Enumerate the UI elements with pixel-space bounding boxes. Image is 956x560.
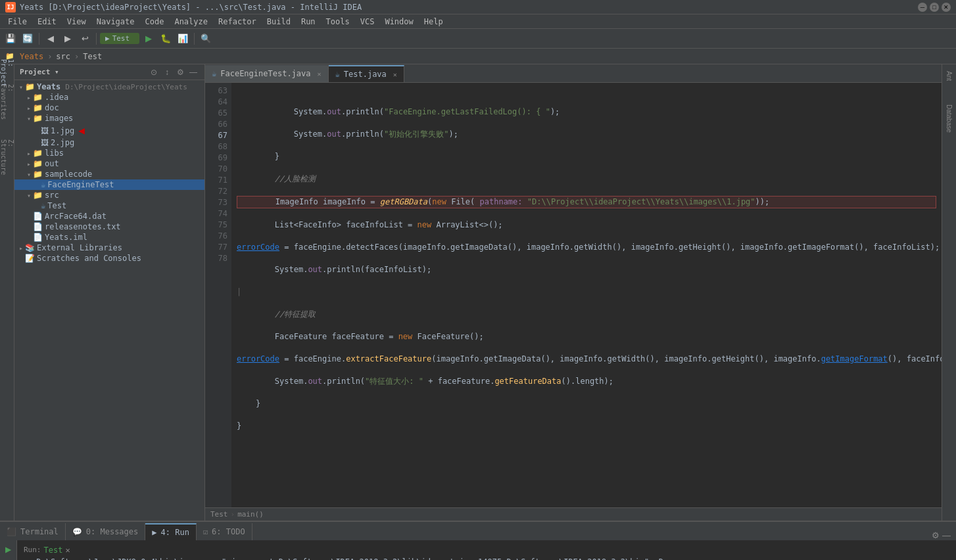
menu-vcs[interactable]: VCS [355,16,380,28]
database-panel-button[interactable]: Database [944,101,954,137]
expand-all-button[interactable]: ↕ [161,66,173,78]
close-tab-button[interactable]: ✕ [318,70,322,78]
sidebar-actions: ⊙ ↕ ⚙ — [148,66,199,78]
line-numbers: 63 64 65 66 67 68 69 70 71 72 73 74 75 7… [205,83,231,507]
back-button[interactable]: ◀ [43,32,59,46]
coverage-button[interactable]: 📊 [175,32,191,46]
close-run[interactable]: ✕ [65,544,70,556]
tree-item-releasenotes[interactable]: 📄 releasenotes.txt [14,222,204,232]
menu-refactor[interactable]: Refactor [213,16,262,28]
tree-item-scratches[interactable]: 📝 Scratches and Consoles [14,253,204,264]
title-bar: IJ Yeats [D:\Project\ideaProject\Yeats] … [0,0,956,14]
code-content[interactable]: System.out.println("FaceEngine.getLastFa… [231,83,942,507]
tree-item-faceenginetest[interactable]: ☕ FaceEngineTest [14,179,204,190]
tree-item-samplecode[interactable]: ▾ 📁 samplecode [14,169,204,179]
save-button[interactable]: 💾 [3,32,18,46]
line-num: 64 [209,97,227,108]
tree-label: ArcFace64.dat [45,212,107,221]
run-config[interactable]: ▶ Test [100,33,139,44]
code-line-66: //人脸检测 [237,174,936,185]
menu-build[interactable]: Build [262,16,296,28]
settings-button[interactable]: ⚙ [932,530,940,540]
line-num: 74 [209,208,227,220]
tree-arrow: ▾ [17,83,25,91]
code-editor: 63 64 65 66 67 68 69 70 71 72 73 74 75 7… [205,83,942,507]
nav-bar: 📁 Yeats › src › Test [0,49,956,64]
structure-panel-icon[interactable]: Z: Structure [1,151,13,163]
project-panel-icon[interactable]: 1: Project [1,67,13,79]
nav-yeats[interactable]: Yeats [20,52,43,61]
tree-item-src[interactable]: ▾ 📁 src [14,190,204,200]
close-button[interactable]: ✕ [942,3,951,12]
folder-icon: 📁 [33,149,43,158]
menu-bar: File Edit View Navigate Code Analyze Ref… [0,14,956,29]
menu-view[interactable]: View [62,16,91,28]
settings-button[interactable]: ⚙ [174,66,186,78]
nav-test[interactable]: Test [83,52,102,61]
forward-button[interactable]: ▶ [60,32,76,46]
line-num: 73 [209,197,227,208]
code-line-75: System.out.println("特征值大小: " + faceFeatu… [237,376,936,387]
search-everywhere[interactable]: 🔍 [198,32,214,46]
tree-label: External Libraries [37,243,122,252]
editor-tabs: ☕ FaceEngineTest.java ✕ ☕ Test.java ✕ [205,64,942,83]
tab-faceenginetest[interactable]: ☕ FaceEngineTest.java ✕ [205,65,329,82]
tree-item-2jpg[interactable]: 🖼 2.jpg [14,137,204,148]
tree-label: Yeats D:\Project\ideaProject\Yeats [37,82,187,91]
tree-item-arcface[interactable]: 📄 ArcFace64.dat [14,211,204,222]
code-line-67: ImageInfo imageInfo = getRGBData(new Fil… [237,196,936,208]
rerun-button[interactable]: ▶ [2,543,15,556]
tree-item-images[interactable]: ▾ 📁 images [14,113,204,124]
menu-edit[interactable]: Edit [32,16,62,28]
minimize-button[interactable]: ─ [918,3,927,12]
favorites-panel-icon[interactable]: 2: Favorites [1,96,13,108]
bottom-tab-todo[interactable]: ☑ 6: TODO [197,523,252,540]
sync-button[interactable]: 🔄 [20,32,36,46]
menu-navigate[interactable]: Navigate [91,16,140,28]
nav-sep-1: › [47,52,52,61]
tree-item-out[interactable]: ▸ 📁 out [14,158,204,169]
minimize-panel-button[interactable]: — [942,530,951,540]
console-text: D:\Software\Java\JDK9.0.4\bin\java.exe "… [36,556,663,560]
tab-test[interactable]: ☕ Test.java ✕ [329,65,404,82]
separator-1 [39,33,39,45]
console-toolbar: ▶ ↓ ↑ ⚙ 📌 ✕ [0,540,17,560]
tree-item-test[interactable]: ☕ Test [14,200,204,211]
menu-help[interactable]: Help [419,16,448,28]
tree-item-1jpg[interactable]: 🖼 1.jpg ◀ [14,124,204,137]
todo-icon: ☑ [203,527,208,536]
bottom-tab-run[interactable]: ▶ 4: Run [145,523,197,540]
tab-icon: ☕ [335,70,340,79]
menu-window[interactable]: Window [379,16,418,28]
tree-arrow: ▸ [25,94,33,101]
nav-src[interactable]: src [56,52,70,61]
tree-label: samplecode [45,170,92,179]
line-num: 66 [209,119,227,130]
tree-item-libs[interactable]: ▸ 📁 libs [14,148,204,158]
tree-arrow: ▸ [25,160,33,168]
toolbar: 💾 🔄 ◀ ▶ ↩ ▶ Test ▶ 🐛 📊 🔍 [0,29,956,49]
menu-file[interactable]: File [3,16,32,28]
close-sidebar-button[interactable]: — [187,66,199,78]
code-line-71: | [237,287,936,298]
navigate-back[interactable]: ↩ [77,32,93,46]
tree-item-ext-libs[interactable]: ▸ 📚 External Libraries [14,243,204,253]
menu-code[interactable]: Code [140,16,170,28]
debug-button[interactable]: 🐛 [158,32,174,46]
menu-analyze[interactable]: Analyze [169,16,213,28]
maximize-button[interactable]: □ [930,3,939,12]
tree-item-idea[interactable]: ▸ 📁 .idea [14,92,204,103]
close-tab-button[interactable]: ✕ [393,71,397,78]
menu-run[interactable]: Run [296,16,321,28]
tree-item-yeats-root[interactable]: ▾ 📁 Yeats D:\Project\ideaProject\Yeats [14,82,204,92]
code-line-69: errorCode = faceEngine.detectFaces(image… [237,242,936,253]
locate-file-button[interactable]: ⊙ [148,66,160,78]
ant-panel-button[interactable]: Ant [944,67,954,85]
tree-item-yeats-iml[interactable]: 📄 Yeats.iml [14,232,204,243]
bottom-tab-messages[interactable]: 💬 0: Messages [66,523,145,540]
run-button[interactable]: ▶ [141,32,156,46]
bottom-tab-terminal[interactable]: ⬛ Terminal [0,523,66,540]
tree-item-doc[interactable]: ▸ 📁 doc [14,103,204,113]
menu-tools[interactable]: Tools [321,16,355,28]
breadcrumb-main: main() [237,510,264,519]
